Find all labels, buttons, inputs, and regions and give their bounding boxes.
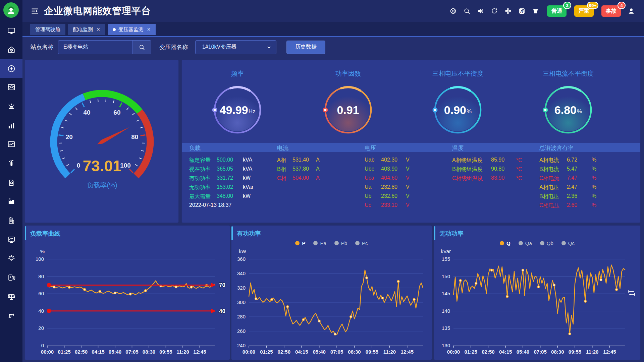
sidebar-item-pipeline[interactable] (0, 306, 22, 325)
table-row-unit: kVA (243, 166, 252, 172)
page-title: 企业微电网能效管理平台 (44, 5, 151, 17)
sidebar-item-bars[interactable] (0, 116, 22, 135)
site-name-label: 站点名称 (31, 43, 53, 51)
table-row-label: A相 (277, 157, 286, 164)
translate-icon[interactable]: A (518, 7, 526, 15)
legend-label: Qa (525, 240, 532, 246)
sidebar-item-bulb[interactable] (0, 249, 22, 268)
ring-unit: % (467, 108, 472, 115)
table-row-label: Ua (365, 184, 371, 190)
sidebar-item-solar[interactable] (0, 287, 22, 306)
screen-icon (7, 26, 16, 35)
svg-text:12:45: 12:45 (193, 349, 206, 355)
search-icon[interactable] (463, 7, 471, 15)
svg-text:08:30: 08:30 (348, 349, 361, 355)
inspect-icon (7, 178, 16, 187)
ring-value: 49.99 (220, 104, 248, 117)
svg-text:20: 20 (66, 133, 73, 140)
transformer-select[interactable]: 1#10kV变压器 (195, 40, 276, 54)
legend-item-P[interactable]: P (295, 240, 305, 246)
table-row-value: 2.47 (567, 184, 577, 190)
legend-item-Pb[interactable]: Pb (334, 240, 347, 246)
table-row-unit: V (406, 175, 410, 181)
settings-icon[interactable] (449, 7, 457, 15)
legend-item-Pa[interactable]: Pa (313, 240, 326, 246)
sidebar-item-curve[interactable] (0, 78, 22, 97)
table-row-unit: V (406, 202, 410, 208)
legend-label: Pa (320, 240, 326, 246)
svg-text:04:15: 04:15 (92, 349, 104, 355)
card-accent-bar (25, 226, 26, 240)
svg-text:09:55: 09:55 (366, 349, 378, 355)
table-row-value: 504.00 (292, 175, 309, 181)
svg-text:130: 130 (442, 343, 450, 348)
datazoom-icon[interactable] (628, 289, 636, 297)
svg-text:340: 340 (237, 270, 246, 276)
table-row-label: B相 (277, 166, 286, 173)
svg-text:12:45: 12:45 (401, 349, 414, 355)
svg-text:负载率(%): 负载率(%) (87, 181, 117, 189)
table-row-label: 最大需量 (189, 193, 211, 200)
table-row-label: C相 (277, 175, 286, 182)
table-row-value: 153.02 (217, 184, 233, 190)
sidebar-item-factory[interactable] (0, 192, 22, 210)
table-row-label: 有功功率 (189, 175, 211, 182)
svg-text:07:05: 07:05 (330, 349, 343, 355)
sidebar-item-alarm[interactable] (0, 97, 22, 116)
user-icon[interactable] (627, 7, 635, 15)
svg-text:09:55: 09:55 (159, 349, 172, 355)
sidebar-item-home[interactable] (0, 40, 22, 59)
table-row-value: 6.72 (567, 157, 577, 163)
sidebar-item-screen[interactable] (0, 21, 22, 40)
alarm-badge-3[interactable]: 事故4 (601, 5, 621, 17)
svg-text:02:50: 02:50 (278, 349, 290, 355)
line-chart: 020406080100%00:0001:2502:5004:1505:4007… (25, 226, 230, 360)
sidebar-item-monitor[interactable] (0, 230, 22, 249)
tab-管理驾驶舱[interactable]: 管理驾驶舱 (30, 24, 65, 35)
sidebar-item-trend[interactable] (0, 135, 22, 154)
tab-label: 变压器监测 (118, 26, 144, 33)
site-search-button[interactable] (132, 41, 151, 54)
table-row-label: C相电压 (539, 202, 559, 209)
sidebar-item-energy[interactable] (0, 59, 22, 78)
alarm-badge-2[interactable]: 严重99+ (574, 5, 594, 17)
compress-icon[interactable] (504, 7, 512, 15)
svg-text:05:40: 05:40 (517, 349, 529, 355)
table-row-unit: V (406, 157, 410, 163)
legend-item-Qb[interactable]: Qb (540, 240, 553, 246)
refresh-icon[interactable] (491, 7, 498, 15)
sidebar-item-charger[interactable] (0, 268, 22, 287)
table-row-value: 7.47 (567, 175, 577, 181)
tab-配电监测[interactable]: 配电监测✕ (68, 24, 105, 35)
table-row-unit: A (316, 175, 320, 181)
svg-text:145: 145 (442, 291, 450, 296)
legend-label: P (302, 240, 305, 246)
tab-变压器监测[interactable]: 变压器监测✕ (108, 24, 156, 35)
volume-icon[interactable] (477, 7, 484, 15)
table-column-header: 温度 (452, 144, 464, 152)
solar-icon (7, 292, 16, 301)
close-icon[interactable]: ✕ (96, 27, 100, 32)
table-row-label: A相绕组温度 (452, 157, 483, 164)
svg-text:40: 40 (84, 109, 91, 116)
sidebar-item-extinguisher[interactable] (0, 154, 22, 173)
site-search-input[interactable]: E楼变电站 (58, 40, 151, 54)
svg-text:02:50: 02:50 (482, 349, 494, 355)
charger-icon (7, 273, 16, 282)
legend-item-Pc[interactable]: Pc (355, 240, 368, 246)
sidebar-item-building[interactable] (0, 211, 22, 230)
table-row-label: Ub (365, 193, 371, 199)
pipeline-icon (7, 311, 16, 320)
menu-fold-icon[interactable] (31, 7, 39, 15)
theme-icon[interactable] (532, 7, 539, 15)
sidebar-item-inspect[interactable] (0, 173, 22, 192)
history-data-button[interactable]: 历史数据 (286, 41, 325, 54)
legend-item-Qc[interactable]: Qc (561, 240, 575, 246)
legend-item-Q[interactable]: Q (500, 240, 511, 246)
tab-bar: 管理驾驶舱配电监测✕变压器监测✕ (22, 22, 644, 37)
site-input-value[interactable]: E楼变电站 (58, 41, 132, 54)
svg-text:00:00: 00:00 (41, 349, 54, 355)
alarm-badge-1[interactable]: 普通3 (547, 5, 567, 17)
close-icon[interactable]: ✕ (147, 27, 151, 32)
legend-item-Qa[interactable]: Qa (519, 240, 532, 246)
